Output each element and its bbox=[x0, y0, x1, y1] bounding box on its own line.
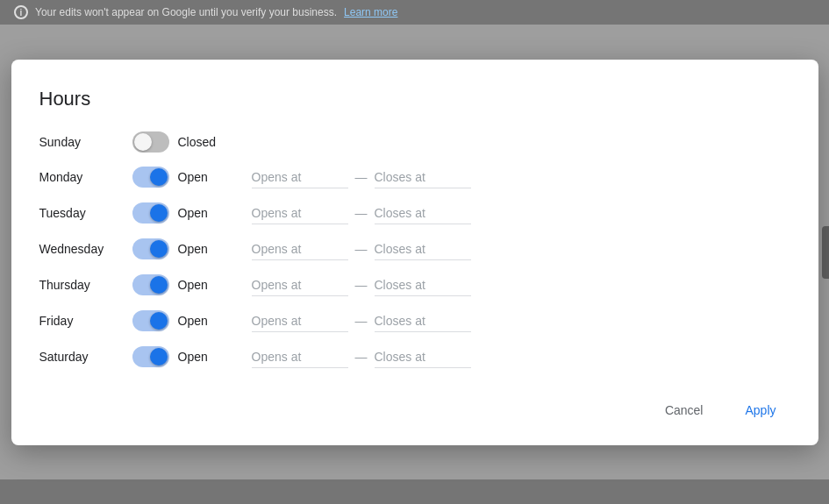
time-inputs-thursday: — bbox=[252, 274, 790, 296]
time-inputs-saturday: — bbox=[252, 346, 790, 368]
toggle-monday[interactable] bbox=[132, 167, 169, 188]
apply-button[interactable]: Apply bbox=[731, 396, 790, 424]
dash-saturday: — bbox=[355, 350, 368, 364]
dash-monday: — bbox=[355, 170, 368, 184]
dash-tuesday: — bbox=[355, 206, 368, 220]
toggle-wrapper-thursday: Open bbox=[132, 274, 238, 295]
status-label-saturday: Open bbox=[178, 350, 218, 364]
toggle-saturday[interactable] bbox=[132, 346, 169, 367]
toggle-sunday[interactable] bbox=[132, 131, 169, 153]
time-inputs-friday: — bbox=[252, 310, 790, 332]
closes-input-friday[interactable] bbox=[375, 310, 471, 332]
closes-input-saturday[interactable] bbox=[375, 346, 471, 368]
status-label-thursday: Open bbox=[178, 278, 218, 292]
dash-thursday: — bbox=[355, 278, 368, 292]
toggle-wrapper-tuesday: Open bbox=[132, 202, 238, 224]
opens-input-monday[interactable] bbox=[252, 167, 348, 188]
opens-input-thursday[interactable] bbox=[252, 274, 348, 296]
status-label-monday: Open bbox=[178, 170, 218, 184]
day-label-friday: Friday bbox=[39, 314, 118, 328]
dash-wednesday: — bbox=[355, 242, 368, 256]
toggle-friday[interactable] bbox=[132, 310, 169, 331]
day-label-tuesday: Tuesday bbox=[39, 206, 118, 220]
opens-input-tuesday[interactable] bbox=[252, 202, 348, 224]
hours-table: SundayClosedMondayOpen—TuesdayOpen—Wedne… bbox=[39, 131, 790, 368]
day-row-friday: FridayOpen— bbox=[39, 310, 790, 332]
dash-friday: — bbox=[355, 314, 368, 328]
opens-input-friday[interactable] bbox=[252, 310, 348, 332]
closes-input-thursday[interactable] bbox=[375, 274, 471, 296]
toggle-tuesday[interactable] bbox=[132, 202, 169, 224]
day-row-sunday: SundayClosed bbox=[39, 131, 790, 153]
status-label-tuesday: Open bbox=[178, 206, 218, 220]
day-label-thursday: Thursday bbox=[39, 278, 118, 292]
day-label-saturday: Saturday bbox=[39, 350, 118, 364]
learn-more-link[interactable]: Learn more bbox=[344, 6, 397, 18]
bottom-bar bbox=[0, 479, 829, 504]
day-label-sunday: Sunday bbox=[39, 135, 118, 149]
time-inputs-monday: — bbox=[252, 167, 790, 188]
closes-input-monday[interactable] bbox=[375, 167, 471, 188]
toggle-thursday[interactable] bbox=[132, 274, 169, 295]
modal-footer: Cancel Apply bbox=[39, 389, 790, 424]
day-row-thursday: ThursdayOpen— bbox=[39, 274, 790, 296]
time-inputs-wednesday: — bbox=[252, 238, 790, 260]
day-row-tuesday: TuesdayOpen— bbox=[39, 202, 790, 224]
opens-input-saturday[interactable] bbox=[252, 346, 348, 368]
opens-input-wednesday[interactable] bbox=[252, 238, 348, 260]
day-row-wednesday: WednesdayOpen— bbox=[39, 238, 790, 260]
info-icon: i bbox=[14, 5, 28, 19]
top-bar-text: Your edits won't appear on Google until … bbox=[35, 6, 337, 18]
day-label-wednesday: Wednesday bbox=[39, 242, 118, 256]
closes-input-wednesday[interactable] bbox=[375, 238, 471, 260]
modal-title: Hours bbox=[39, 88, 790, 110]
toggle-wednesday[interactable] bbox=[132, 238, 169, 259]
status-label-sunday: Closed bbox=[178, 135, 218, 149]
scrollbar-handle[interactable] bbox=[822, 226, 829, 279]
cancel-button[interactable]: Cancel bbox=[651, 396, 718, 424]
status-label-friday: Open bbox=[178, 314, 218, 328]
toggle-wrapper-saturday: Open bbox=[132, 346, 238, 367]
toggle-wrapper-sunday: Closed bbox=[132, 131, 238, 153]
day-row-saturday: SaturdayOpen— bbox=[39, 346, 790, 368]
day-row-monday: MondayOpen— bbox=[39, 167, 790, 188]
hours-modal: Hours SundayClosedMondayOpen—TuesdayOpen… bbox=[11, 60, 818, 445]
day-label-monday: Monday bbox=[39, 170, 118, 184]
toggle-wrapper-wednesday: Open bbox=[132, 238, 238, 259]
time-inputs-tuesday: — bbox=[252, 202, 790, 224]
toggle-wrapper-friday: Open bbox=[132, 310, 238, 331]
top-bar: i Your edits won't appear on Google unti… bbox=[0, 0, 829, 25]
status-label-wednesday: Open bbox=[178, 242, 218, 256]
closes-input-tuesday[interactable] bbox=[375, 202, 471, 224]
toggle-wrapper-monday: Open bbox=[132, 167, 238, 188]
